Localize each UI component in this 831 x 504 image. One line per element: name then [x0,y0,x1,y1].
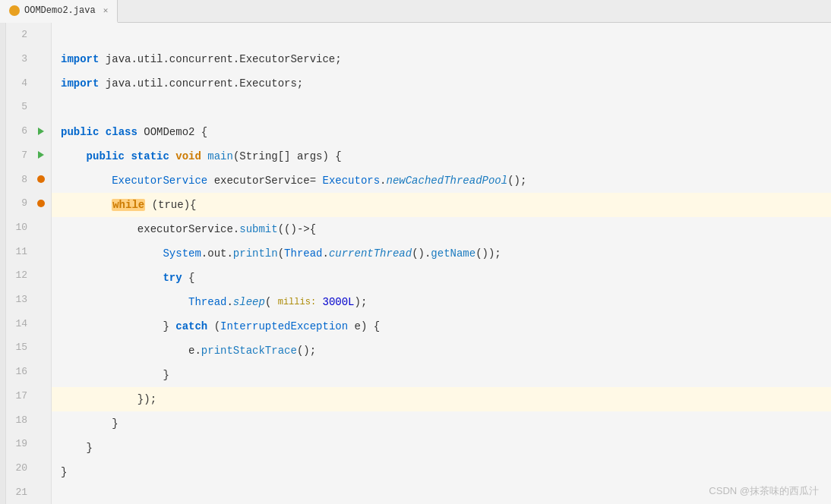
code-line-19: } [52,436,831,460]
code-line-10: executorService. submit (()->{ [52,217,831,241]
line-number-4: 4 [6,77,33,89]
token-public-6: public [61,126,99,138]
token-indent-17 [61,393,137,405]
token-lambda-10: (()->{ [278,223,316,235]
expand-arrow-6[interactable] [38,128,44,135]
token-brace-20: } [61,466,67,478]
token-indent-15 [61,345,188,357]
token-plain-3: java.util.concurrent.ExecutorService; [99,53,341,65]
token-while-9: while [112,199,145,211]
arrow-area-7[interactable] [33,151,49,159]
code-line-8: ExecutorService executorService= Executo… [52,169,831,193]
file-icon [9,5,20,16]
code-line-18: } [52,411,831,436]
token-plain-4: java.util.concurrent.Executors; [99,77,303,90]
code-line-12: try { [52,266,831,290]
editor-tab[interactable]: OOMDemo2.java ✕ [0,0,118,23]
token-println-11: println [233,247,278,260]
gutter-row-8: 8 [6,167,51,191]
line-number-18: 18 [6,414,33,426]
token-e-14: e) { [348,320,380,332]
breakpoint-8[interactable] [37,175,45,183]
line-number-5: 5 [6,101,33,112]
code-line-17: }); [52,387,831,411]
token-indent-14 [61,320,163,332]
token-indent-13 [61,296,188,308]
tab-close-button[interactable]: ✕ [103,5,109,15]
token-brace-14: } [163,320,175,332]
line-number-21: 21 [6,487,33,498]
token-public-7: public [87,150,125,162]
line-number-11: 11 [6,246,33,257]
gutter-row-13: 13 [6,288,51,312]
arrow-area-8[interactable] [33,175,49,183]
gutter-row-18: 18 [6,408,51,432]
line-number-10: 10 [6,222,33,233]
tab-bar: OOMDemo2.java ✕ [0,0,831,23]
token-close-11: ()); [476,247,501,260]
token-sleep-13: sleep [233,296,265,308]
token-paren2-11: (). [412,247,431,260]
token-import-3: import [61,53,99,65]
token-args-7: (String[] args) { [233,150,342,162]
code-area[interactable]: import java.util.concurrent.ExecutorServ… [52,23,831,504]
line-number-13: 13 [6,294,33,305]
token-main-7: main [207,150,233,162]
line-number-7: 7 [6,150,33,161]
token-class-6: class [106,126,137,138]
expand-arrow-7[interactable] [38,151,44,159]
token-try-12: try [163,272,182,284]
code-line-6: public class OOMDemo2 { [52,120,831,144]
token-catch-14: catch [175,320,207,332]
token-var-8: executorService= [207,175,322,187]
code-line-11: System . out. println ( Thread . current… [52,241,831,266]
arrow-area-9[interactable] [33,200,49,207]
token-space-7a [125,150,131,162]
token-brace-16: } [163,369,169,381]
gutter-row-9: 9 [6,191,51,216]
editor-body: 2 3 4 5 6 [0,23,831,504]
token-void-7: void [175,150,201,162]
token-brace-18: } [112,417,118,430]
gutter-row-20: 20 [6,456,51,480]
gutter-row-5: 5 [6,95,51,119]
code-line-3: import java.util.concurrent.ExecutorServ… [52,47,831,71]
line-gutter: 2 3 4 5 6 [6,23,52,504]
gutter-row-21: 21 [6,480,51,504]
token-space-6 [99,126,105,138]
token-indent-16 [61,369,163,381]
token-brace-12: { [182,272,195,284]
token-paren-15: (); [297,345,316,357]
token-indent-18 [61,417,112,430]
code-line-4: import java.util.concurrent.Executors; [52,71,831,96]
gutter-row-17: 17 [6,384,51,408]
code-line-9: while (true){ [52,193,831,217]
line-number-2: 2 [6,29,33,40]
line-number-16: 16 [6,366,33,377]
breakpoint-9[interactable] [37,200,45,207]
token-indent-19 [61,442,87,454]
token-exec-8: Executors [322,175,380,187]
code-line-2 [52,23,831,47]
token-open-14: ( [207,320,220,332]
line-number-17: 17 [6,390,33,402]
token-e-15: e. [188,345,201,357]
gutter-row-19: 19 [6,432,51,456]
token-classname-6: OOMDemo2 { [137,126,207,138]
token-dot1-11: . [201,247,207,260]
code-line-14: } catch ( InterruptedException e) { [52,314,831,339]
token-num-13: 3000L [323,296,355,308]
token-exc-14: InterruptedException [220,320,348,332]
code-line-20: } [52,460,831,484]
token-space-13 [316,296,322,308]
token-method-8: newCachedThreadPool [387,175,508,187]
code-line-13: Thread . sleep ( millis: 3000L ); [52,290,831,314]
line-number-19: 19 [6,438,33,449]
left-sidebar-strip [0,23,6,504]
token-thread-11: Thread [284,247,322,260]
line-number-15: 15 [6,342,33,353]
token-static-7: static [131,150,169,162]
token-indent-9 [61,199,112,211]
token-indent-11 [61,247,163,260]
arrow-area-6[interactable] [33,128,49,135]
